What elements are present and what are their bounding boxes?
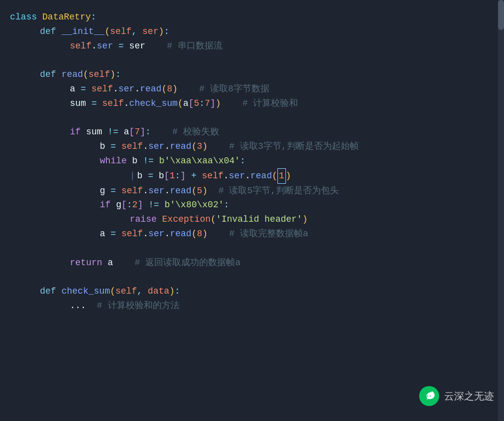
code-editor: class DataRetry: def __init__(self, ser)… bbox=[0, 0, 504, 421]
code-line-17 bbox=[10, 241, 504, 256]
code-line-6: a = self.ser.read(8) # 读取8字节数据 bbox=[10, 82, 504, 96]
svg-point-1 bbox=[430, 396, 431, 397]
code-line-12: |b = b[1:] + self.ser.read(1) bbox=[10, 168, 504, 184]
code-line-8 bbox=[10, 111, 504, 125]
code-line-11: while b != b'\xaa\xaa\x04': bbox=[10, 154, 504, 168]
code-line-4 bbox=[10, 53, 504, 67]
keyword-def: def bbox=[40, 24, 61, 39]
code-line-3: self.ser = ser # 串口数据流 bbox=[10, 39, 504, 53]
code-line-18: return a # 返回读取成功的数据帧a bbox=[10, 256, 504, 270]
code-line-9: if sum != a[7]: # 校验失败 bbox=[10, 125, 504, 139]
svg-point-0 bbox=[427, 396, 428, 397]
watermark: 云深之无迹 bbox=[419, 386, 494, 406]
func-init: __init__ bbox=[61, 24, 104, 39]
code-line-1: class DataRetry: bbox=[10, 10, 504, 24]
watermark-text: 云深之无迹 bbox=[444, 388, 494, 404]
number-highlight: 1 bbox=[277, 168, 286, 184]
code-line-19 bbox=[10, 270, 504, 284]
code-line-14: if g[:2] != b'\x80\x02': bbox=[10, 198, 504, 212]
code-line-7: sum = self.check_sum(a[5:7]) # 计算校验和 bbox=[10, 96, 504, 111]
code-line-21: ... # 计算校验和的方法 bbox=[10, 299, 504, 313]
scrollbar-thumb[interactable] bbox=[498, 0, 504, 30]
code-line-13: g = self.ser.read(5) # 读取5字节,判断是否为包头 bbox=[10, 184, 504, 198]
code-line-16: a = self.ser.read(8) # 读取完整数据帧a bbox=[10, 227, 504, 241]
class-name: DataRetry bbox=[42, 10, 91, 24]
code-line-5: def read(self): bbox=[10, 67, 504, 82]
vertical-bar-icon: | bbox=[130, 169, 135, 183]
code-line-20: def check_sum(self, data): bbox=[10, 284, 504, 299]
code-line-2: def __init__(self, ser): bbox=[10, 24, 504, 39]
code-line-10: b = self.ser.read(3) # 读取3字节,判断是否为起始帧 bbox=[10, 139, 504, 154]
wechat-icon bbox=[419, 386, 439, 406]
keyword-class: class bbox=[10, 10, 42, 24]
scrollbar[interactable] bbox=[498, 0, 504, 421]
code-line-15: raise Exception('Invalid header') bbox=[10, 212, 504, 227]
